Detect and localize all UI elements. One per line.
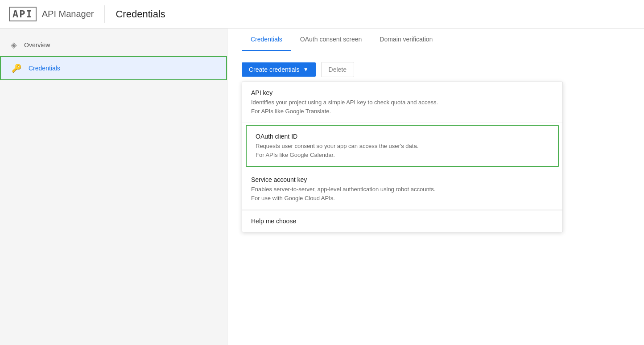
sidebar: ◈ Overview 🔑 Credentials — [0, 29, 227, 345]
create-credentials-label: Create credentials — [249, 66, 300, 73]
api-key-title: API key — [251, 89, 553, 96]
key-icon: 🔑 — [12, 63, 21, 73]
content-area: Credentials OAuth consent screen Domain … — [227, 29, 644, 345]
sidebar-item-credentials[interactable]: 🔑 Credentials — [0, 56, 227, 80]
tabs-bar: Credentials OAuth consent screen Domain … — [242, 29, 630, 51]
api-logo: API API Manager — [9, 7, 94, 21]
oauth-client-id-desc: Requests user consent so your app can ac… — [256, 142, 549, 159]
tab-domain-verification[interactable]: Domain verification — [371, 29, 442, 51]
toolbar: Create credentials ▼ Delete API key Iden… — [242, 62, 630, 77]
tab-credentials[interactable]: Credentials — [242, 29, 291, 51]
api-logo-text: API — [9, 7, 37, 21]
overview-icon: ◈ — [11, 40, 17, 50]
service-account-key-title: Service account key — [251, 176, 553, 183]
sidebar-item-overview-label: Overview — [24, 41, 50, 49]
page-title: Credentials — [116, 8, 165, 20]
oauth-client-id-title: OAuth client ID — [256, 133, 549, 140]
app-title: API Manager — [42, 9, 94, 19]
api-key-desc: Identifies your project using a simple A… — [251, 98, 553, 115]
create-credentials-button[interactable]: Create credentials ▼ — [242, 62, 316, 77]
dropdown-arrow-icon: ▼ — [303, 66, 309, 73]
dropdown-item-service-account-key[interactable]: Service account key Enables server-to-se… — [242, 169, 562, 210]
dropdown-item-api-key[interactable]: API key Identifies your project using a … — [242, 82, 562, 123]
service-account-key-desc: Enables server-to-server, app-level auth… — [251, 185, 553, 202]
dropdown-item-oauth-client-id[interactable]: OAuth client ID Requests user consent so… — [246, 125, 559, 167]
header: API API Manager Credentials — [0, 0, 644, 29]
dropdown-menu: API key Identifies your project using a … — [242, 82, 563, 232]
tab-oauth-consent[interactable]: OAuth consent screen — [291, 29, 371, 51]
dropdown-item-help-choose[interactable]: Help me choose — [242, 210, 562, 232]
header-divider — [104, 5, 105, 23]
help-choose-label: Help me choose — [251, 218, 296, 225]
delete-button[interactable]: Delete — [321, 62, 354, 77]
main-content: ◈ Overview 🔑 Credentials Credentials OAu… — [0, 29, 644, 345]
sidebar-item-credentials-label: Credentials — [29, 65, 60, 72]
sidebar-item-overview[interactable]: ◈ Overview — [0, 34, 227, 56]
